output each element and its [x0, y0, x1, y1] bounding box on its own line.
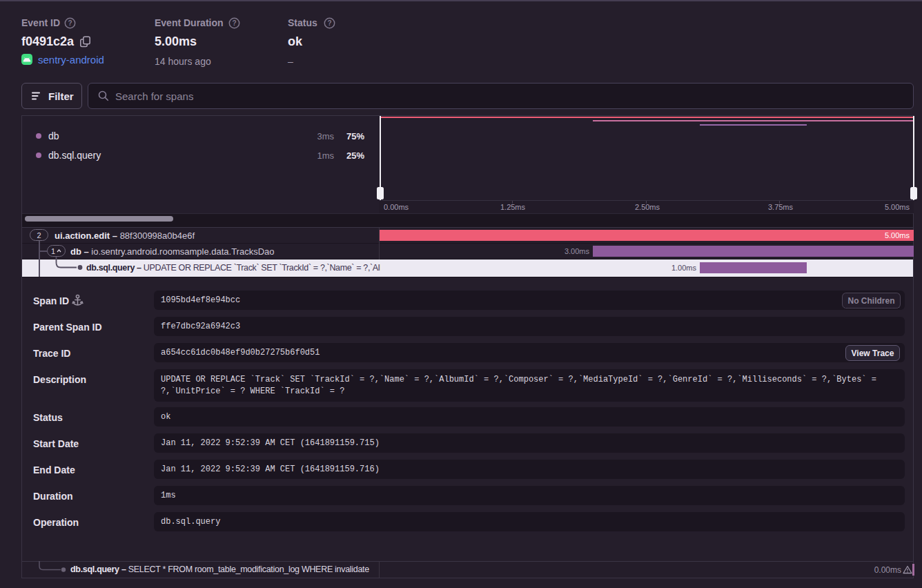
svg-text:?: ? — [232, 19, 236, 27]
svg-text:?: ? — [327, 19, 331, 27]
svg-text:?: ? — [68, 19, 72, 27]
